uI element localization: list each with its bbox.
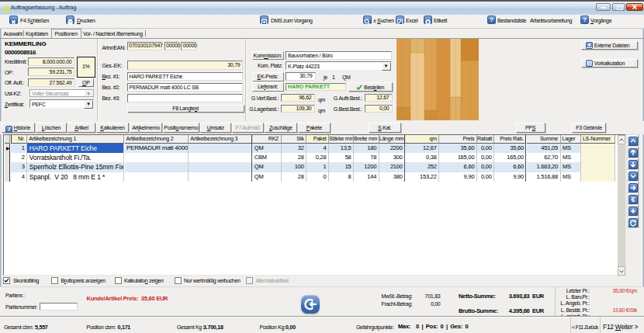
svg-text:€: € bbox=[632, 195, 636, 203]
